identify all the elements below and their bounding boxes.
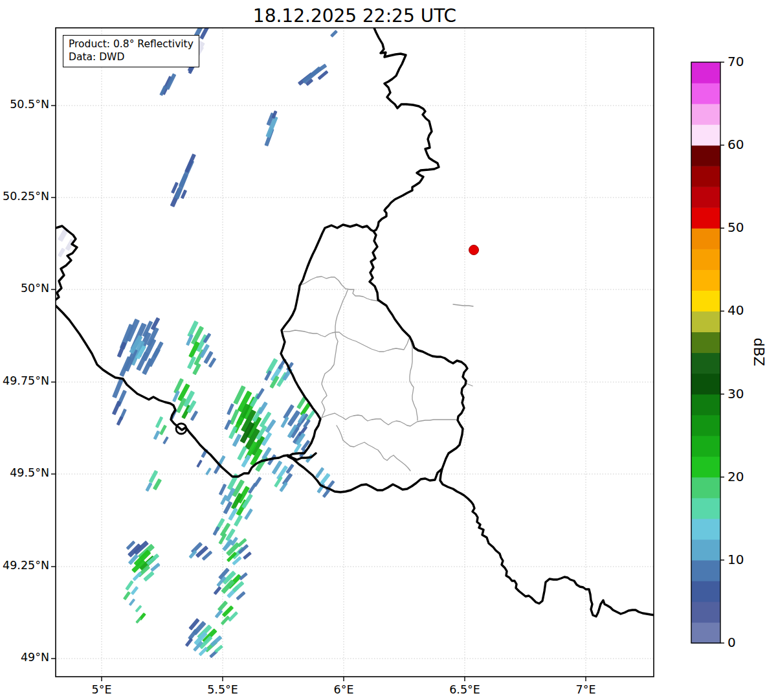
precip-cell <box>244 508 253 520</box>
precip-cell <box>123 591 131 600</box>
precip-cell <box>214 586 222 595</box>
x-tick-label-3: 6.5°E <box>449 683 480 696</box>
colorbar-band <box>691 539 720 561</box>
colorbar-band <box>691 436 720 457</box>
colorbar-band <box>691 519 720 540</box>
x-tick-label-0: 5°E <box>92 683 112 696</box>
colorbar-band <box>691 602 720 623</box>
country-border <box>281 225 467 492</box>
colorbar-tick-label-3: 30 <box>728 386 744 401</box>
precip-cell <box>227 403 234 415</box>
precip-cell <box>319 473 330 485</box>
colorbar-tick-label-7: 70 <box>728 54 744 69</box>
plot-title: 18.12.2025 22:25 UTC <box>56 5 654 27</box>
precipitation-layer <box>58 19 338 658</box>
precip-cell <box>213 526 220 536</box>
precip-cell <box>131 586 139 595</box>
precip-cell <box>228 611 238 622</box>
precip-cell <box>210 635 223 647</box>
colorbar-axis-label: dBZ <box>751 333 767 372</box>
colorbar <box>691 62 724 644</box>
colorbar-band <box>691 374 720 395</box>
product-info-box: Product: 0.8° Reflectivity Data: DWD <box>63 35 199 67</box>
y-tick-label-2: 50°N <box>21 282 49 295</box>
colorbar-band <box>691 415 720 436</box>
precip-cell <box>149 470 159 483</box>
y-tick-label-0: 50.5°N <box>10 98 49 111</box>
colorbar-band <box>691 166 720 187</box>
precip-cell <box>135 605 142 613</box>
country-borders-layer <box>56 28 655 616</box>
admin-border <box>453 304 473 306</box>
colorbar-band <box>691 124 720 146</box>
country-border <box>56 226 77 300</box>
product-info-line1: Product: 0.8° Reflectivity <box>69 38 194 51</box>
colorbar-tick-label-6: 60 <box>728 137 744 152</box>
precip-cell <box>153 479 162 491</box>
colorbar-tick-label-0: 0 <box>728 635 736 650</box>
colorbar-band <box>691 62 720 84</box>
country-border <box>373 28 439 231</box>
colorbar-band <box>691 311 720 332</box>
colorbar-band <box>691 186 720 208</box>
precip-cell <box>322 489 331 498</box>
precip-cell <box>155 416 163 428</box>
colorbar-band <box>691 477 720 499</box>
admin-border <box>466 383 472 386</box>
y-tick-label-5: 49.25°N <box>3 559 49 572</box>
precip-cell <box>153 431 161 440</box>
precip-cell <box>129 598 136 606</box>
precip-cell <box>315 467 324 479</box>
precip-cell <box>223 501 233 514</box>
colorbar-band <box>691 104 720 125</box>
admin-border <box>322 290 348 418</box>
precip-cell <box>146 482 153 492</box>
admin-border <box>337 425 410 471</box>
precip-cell <box>205 468 212 475</box>
colorbar-band <box>691 83 720 104</box>
precip-cell <box>221 615 230 625</box>
x-tick-label-2: 6°E <box>334 683 354 696</box>
y-tick-label-1: 50.25°N <box>3 190 49 203</box>
colorbar-band <box>691 228 720 249</box>
precip-cell <box>125 580 133 591</box>
precip-cell <box>159 425 167 435</box>
precip-cell <box>117 416 124 426</box>
precip-cell <box>236 591 245 600</box>
precip-cell <box>228 508 238 521</box>
admin-border <box>283 330 410 352</box>
admin-border <box>322 413 458 426</box>
precip-cell <box>253 477 261 487</box>
precip-cell <box>185 638 194 647</box>
colorbar-band <box>691 249 720 270</box>
precip-cell <box>215 609 223 618</box>
colorbar-band <box>691 332 720 353</box>
y-tick-label-6: 49°N <box>21 651 49 664</box>
colorbar-band <box>691 581 720 602</box>
y-tick-label-3: 49.75°N <box>3 374 49 387</box>
precip-cell <box>234 515 243 527</box>
colorbar-band <box>691 145 720 166</box>
colorbar-tick-label-4: 40 <box>728 302 744 318</box>
x-tick-label-1: 5.5°E <box>207 683 238 696</box>
colorbar-band <box>691 394 720 416</box>
colorbar-band <box>691 457 720 478</box>
product-info-line2: Data: DWD <box>69 51 194 63</box>
colorbar-band <box>691 353 720 374</box>
precip-cell <box>196 460 202 468</box>
colorbar-tick-label-1: 10 <box>728 552 744 567</box>
precip-cell <box>112 401 121 416</box>
colorbar-tick-label-2: 20 <box>728 469 744 484</box>
precip-cell <box>243 552 252 560</box>
precip-cell <box>190 411 198 421</box>
colorbar-band <box>691 622 720 644</box>
radar-site-marker <box>469 245 479 255</box>
colorbar-band <box>691 269 720 291</box>
y-tick-label-4: 49.5°N <box>10 466 49 479</box>
precip-cell <box>224 420 232 431</box>
precip-cell <box>58 247 65 257</box>
x-tick-label-4: 7°E <box>576 683 596 696</box>
colorbar-band <box>691 290 720 311</box>
precip-cell <box>150 563 160 572</box>
precip-cell <box>162 436 168 444</box>
